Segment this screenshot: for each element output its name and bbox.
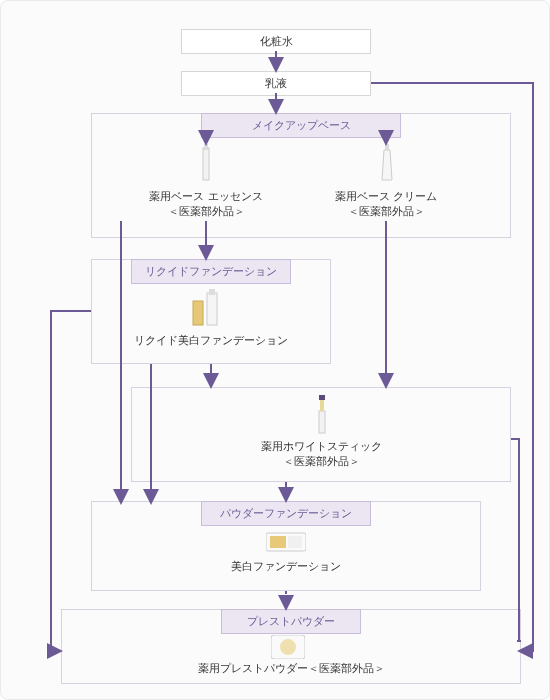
product-white-stick-name: 薬用ホワイトスティック: [221, 439, 421, 454]
product-base-cream-name: 薬用ベース クリーム: [301, 189, 471, 204]
svg-rect-7: [320, 399, 324, 411]
svg-rect-6: [319, 411, 325, 433]
liquid-foundation-icon: [191, 289, 221, 329]
svg-rect-0: [203, 148, 209, 180]
svg-rect-3: [193, 301, 203, 325]
product-liquid-whitening: リクイド美白ファンデーション: [101, 333, 321, 348]
product-base-cream: 薬用ベース クリーム ＜医薬部外品＞: [301, 189, 471, 219]
step-emulsion: 乳液: [181, 71, 371, 96]
header-pressed-powder: プレストパウダー: [221, 609, 361, 634]
svg-point-13: [280, 639, 296, 655]
compact-icon: [266, 531, 306, 555]
svg-rect-4: [207, 293, 217, 325]
svg-rect-10: [270, 536, 286, 548]
product-base-cream-note: ＜医薬部外品＞: [301, 204, 471, 219]
product-whitening-foundation: 美白ファンデーション: [191, 559, 381, 574]
product-white-stick-note: ＜医薬部外品＞: [221, 454, 421, 469]
svg-rect-5: [209, 289, 215, 295]
product-pressed-powder: 薬用プレストパウダー＜医薬部外品＞: [161, 661, 421, 676]
header-liquid-foundation: リクイドファンデーション: [131, 259, 291, 284]
product-base-essence-note: ＜医薬部外品＞: [121, 204, 291, 219]
product-base-essence: 薬用ベース エッセンス ＜医薬部外品＞: [121, 189, 291, 219]
step-lotion: 化粧水: [181, 29, 371, 54]
bottle-icon: [200, 144, 212, 186]
product-white-stick: 薬用ホワイトスティック ＜医薬部外品＞: [221, 439, 421, 469]
svg-rect-11: [288, 536, 302, 548]
tube-icon: [380, 144, 394, 186]
header-powder-foundation: パウダーファンデーション: [201, 501, 371, 526]
product-base-essence-name: 薬用ベース エッセンス: [121, 189, 291, 204]
svg-rect-1: [204, 144, 208, 150]
stick-icon: [316, 395, 328, 437]
svg-rect-8: [319, 395, 325, 400]
pressed-powder-icon: [271, 635, 305, 661]
header-makeup-base: メイクアップベース: [201, 113, 401, 138]
flowchart-canvas: 化粧水 乳液 メイクアップベース 薬用ベース エッセンス ＜医薬部外品＞ 薬用ベ…: [0, 0, 550, 700]
svg-rect-2: [385, 144, 389, 150]
